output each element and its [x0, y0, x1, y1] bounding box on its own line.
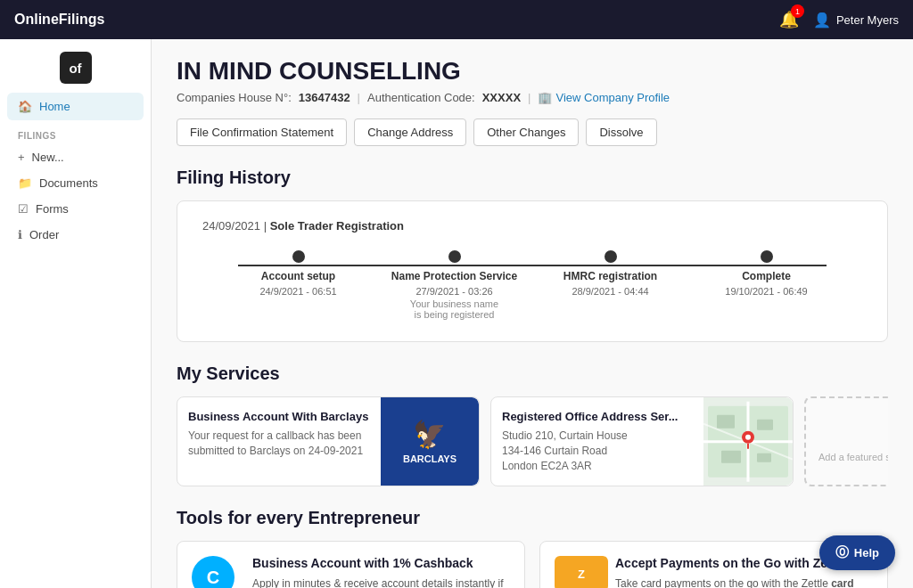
barclays-text: Your request for a callback has been sub… [188, 429, 370, 459]
view-profile-label: View Company Profile [555, 91, 670, 104]
filing-date: 24/09/2021 [202, 219, 260, 233]
sidebar-home-label: Home [39, 100, 70, 113]
barclays-eagle-icon: 🦅 [403, 419, 456, 450]
office-address-card: Registered Office Address Ser... Studio … [490, 396, 794, 486]
cashback-text: Apply in minutes & receive account detai… [252, 576, 510, 588]
timeline-dot-2 [605, 250, 617, 263]
action-buttons-row: File Confirmation Statement Change Addre… [177, 118, 888, 146]
add-service-inner: + Add a featured s... from the list bel.… [818, 421, 888, 462]
help-label: Help [854, 546, 879, 559]
help-button[interactable]: ⓪ Help [819, 535, 895, 570]
timeline-time-1: 27/9/2021 - 03:26 [415, 286, 492, 297]
notification-badge: 1 [791, 4, 804, 18]
sidebar-item-new[interactable]: + New... [7, 144, 144, 170]
barclays-service-card: Business Account With Barclays Your requ… [177, 396, 480, 486]
office-line2: 134-146 Curtain Road [502, 444, 693, 459]
timeline-time-0: 24/9/2021 - 06:51 [259, 286, 336, 297]
sidebar-item-documents[interactable]: 📁 Documents [7, 170, 144, 196]
timeline-label-1: Name Protection Service [391, 270, 517, 282]
svg-rect-5 [717, 415, 735, 429]
office-line1: Studio 210, Curtain House [502, 429, 693, 444]
other-changes-btn[interactable]: Other Changes [473, 118, 579, 146]
sidebar-item-forms-label: Forms [36, 202, 69, 216]
notification-bell[interactable]: 🔔 1 [779, 10, 799, 29]
cashback-tool-card: C Business Account with 1% Cashback Appl… [177, 541, 525, 588]
sidebar-logo: of [60, 52, 92, 84]
folder-icon: 📁 [18, 176, 32, 190]
file-confirmation-btn[interactable]: File Confirmation Statement [177, 118, 347, 146]
top-navigation: OnlineFilings 🔔 1 👤 Peter Myers [0, 0, 913, 39]
filing-entry-header: 24/09/2021 | Sole Trader Registration [202, 219, 862, 233]
timeline-time-2: 28/9/2021 - 04:44 [572, 286, 648, 297]
plus-icon: + [18, 151, 25, 164]
office-map-thumbnail [703, 397, 793, 486]
svg-rect-8 [757, 453, 771, 462]
office-title: Registered Office Address Ser... [502, 410, 693, 423]
barclays-logo-text: BARCLAYS [403, 453, 456, 464]
dissolve-btn[interactable]: Dissolve [586, 118, 656, 146]
user-menu[interactable]: 👤 Peter Myers [813, 12, 899, 29]
info-icon: ℹ [18, 228, 22, 241]
filing-timeline: Account setup 24/9/2021 - 06:51 Name Pro… [202, 250, 862, 320]
filing-sep: | [264, 219, 270, 233]
timeline-label-2: HMRC registration [563, 270, 657, 282]
topnav-right: 🔔 1 👤 Peter Myers [779, 10, 899, 29]
cashback-logo: C [192, 556, 242, 588]
timeline-sub-1: Your business name is being registered [410, 298, 499, 320]
timeline-time-3: 19/10/2021 - 06:49 [725, 286, 807, 297]
office-line3: London EC2A 3AR [502, 459, 693, 474]
meta-sep-1: | [358, 91, 360, 104]
sidebar-item-documents-label: Documents [39, 176, 98, 190]
timeline-label-0: Account setup [261, 270, 335, 282]
auth-code-value: XXXXX [482, 91, 521, 104]
companies-house-number: 13647432 [299, 91, 350, 104]
barclays-card-text: Business Account With Barclays Your requ… [177, 397, 381, 486]
company-name: IN MIND COUNSELLING [177, 57, 888, 86]
timeline-dot-0 [292, 250, 305, 263]
company-meta: Companies House N°: 13647432 | Authentic… [177, 91, 888, 104]
timeline-label-3: Complete [742, 270, 791, 282]
cashback-logo-letter: C [207, 568, 219, 588]
sidebar-nav: 🏠 Home FILINGS + New... 📁 Documents ☑ Fo… [0, 93, 151, 248]
cashback-logo-circle: C [192, 556, 234, 588]
barclays-title: Business Account With Barclays [188, 410, 370, 423]
barclays-logo-area: 🦅 BARCLAYS [381, 397, 479, 486]
timeline-dot-1 [448, 250, 461, 263]
app-layout: of 🏠 Home FILINGS + New... 📁 Documents ☑… [0, 39, 913, 588]
user-name: Peter Myers [836, 13, 899, 27]
home-icon: 🏠 [18, 100, 32, 113]
timeline-step-3: Complete 19/10/2021 - 06:49 [688, 250, 844, 297]
timeline-dot-3 [761, 250, 773, 263]
sidebar-item-new-label: New... [32, 151, 64, 164]
main-content: IN MIND COUNSELLING Companies House N°: … [152, 39, 913, 588]
zettle-logo: Z [555, 556, 605, 588]
sidebar-item-order[interactable]: ℹ Order [7, 222, 144, 248]
timeline-step-1: Name Protection Service 27/9/2021 - 03:2… [376, 250, 532, 320]
svg-rect-6 [757, 420, 773, 430]
forms-icon: ☑ [18, 202, 29, 216]
meta-sep-2: | [528, 91, 531, 104]
barclays-logo: 🦅 BARCLAYS [403, 419, 456, 464]
my-services-title: My Services [177, 363, 888, 384]
sidebar-item-forms[interactable]: ☑ Forms [7, 196, 144, 222]
tools-title: Tools for every Entrepreneur [177, 508, 888, 528]
sidebar-item-home[interactable]: 🏠 Home [7, 93, 144, 120]
filing-history-title: Filing History [177, 167, 888, 188]
sidebar: of 🏠 Home FILINGS + New... 📁 Documents ☑… [0, 39, 152, 588]
svg-rect-7 [721, 451, 741, 463]
zettle-logo-text: Z [578, 568, 585, 581]
zettle-text: Take card payments on the go with the Ze… [615, 576, 873, 588]
office-card-text: Registered Office Address Ser... Studio … [491, 397, 703, 486]
filing-entry-title: Sole Trader Registration [270, 219, 404, 233]
add-service-card[interactable]: + Add a featured s... from the list bel.… [804, 396, 888, 486]
view-company-profile-link[interactable]: 🏢 View Company Profile [538, 91, 670, 104]
change-address-btn[interactable]: Change Address [354, 118, 466, 146]
add-service-plus-icon: + [818, 421, 888, 446]
zettle-logo-shape: Z [555, 556, 608, 588]
cashback-title: Business Account with 1% Cashback [252, 556, 510, 570]
brand-logo: OnlineFilings [14, 12, 104, 28]
services-row: Business Account With Barclays Your requ… [177, 396, 888, 486]
companies-house-label: Companies House N°: [177, 91, 292, 104]
tools-row: C Business Account with 1% Cashback Appl… [177, 541, 888, 588]
timeline-step-0: Account setup 24/9/2021 - 06:51 [220, 250, 376, 297]
